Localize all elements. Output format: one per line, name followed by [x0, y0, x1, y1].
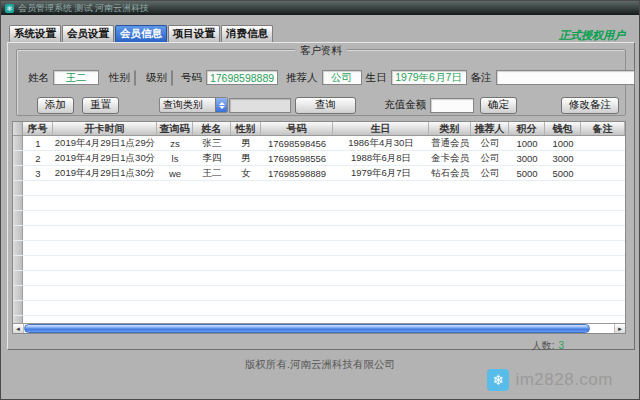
column-header[interactable]: 性别: [231, 122, 261, 135]
table-cell: 3000: [509, 151, 545, 165]
table-cell: [261, 181, 333, 195]
table-cell: [581, 241, 625, 255]
horizontal-scrollbar[interactable]: ◄ ►: [13, 323, 625, 333]
column-header[interactable]: 推荐人: [471, 122, 509, 135]
table-cell: [53, 256, 157, 270]
table-cell: 5000: [509, 166, 545, 180]
column-header[interactable]: 备注: [581, 122, 625, 135]
table-cell: zs: [157, 136, 193, 150]
level-select[interactable]: 钻石会员: [171, 70, 173, 86]
table-row[interactable]: 12019年4月29日1点29分zs张三男176985984561986年4月3…: [13, 136, 625, 151]
table-cell: 女: [231, 166, 261, 180]
scroll-left-arrow-icon[interactable]: ◄: [13, 324, 24, 333]
table-cell: [261, 256, 333, 270]
table-cell: [231, 256, 261, 270]
table-cell: 3: [23, 166, 53, 180]
row-selector: [13, 256, 23, 270]
remark-input[interactable]: [496, 70, 635, 85]
table-cell: [333, 301, 429, 315]
query-category-select[interactable]: 查询类别: [159, 97, 228, 113]
table-cell: [509, 256, 545, 270]
confirm-button[interactable]: 确定: [480, 97, 517, 114]
table-cell: [333, 241, 429, 255]
referrer-label: 推荐人: [286, 71, 318, 85]
table-cell: [193, 301, 231, 315]
table-row[interactable]: 22019年4月29日1点30分ls李四男176985985561988年6月8…: [13, 151, 625, 166]
column-header[interactable]: 号码: [261, 122, 333, 135]
tab-bar: 系统设置会员设置会员信息项目设置消费信息: [9, 25, 273, 42]
tab-3[interactable]: 会员信息: [115, 25, 167, 42]
referrer-input[interactable]: [322, 70, 362, 85]
table-cell: [53, 286, 157, 300]
table-cell: [23, 226, 53, 240]
tab-2[interactable]: 会员设置: [62, 25, 114, 42]
table-cell: [471, 196, 509, 210]
table-cell: [471, 241, 509, 255]
phone-input[interactable]: [206, 70, 278, 85]
table-cell: 2019年4月29日1点29分: [53, 136, 157, 150]
table-cell: [231, 271, 261, 285]
edit-remark-button[interactable]: 修改备注: [561, 97, 619, 114]
query-value-input[interactable]: [229, 98, 291, 113]
table-cell: [429, 301, 471, 315]
column-header[interactable]: 类别: [429, 122, 471, 135]
add-button[interactable]: 添加: [37, 97, 74, 114]
table-cell: [581, 271, 625, 285]
table-cell: [157, 226, 193, 240]
column-header[interactable]: 钱包: [545, 122, 581, 135]
table-cell: [53, 196, 157, 210]
table-cell: 男: [231, 136, 261, 150]
table-cell: [471, 181, 509, 195]
table-cell: 1979年6月7日: [333, 166, 429, 180]
table-cell: [193, 271, 231, 285]
table-cell: [261, 271, 333, 285]
tab-1[interactable]: 系统设置: [9, 25, 61, 42]
table-cell: [545, 211, 581, 225]
tab-page-member-info: 客户资料 姓名 性别 女 级别 钻石会员 号码 推荐人 生日: [7, 42, 635, 350]
watermark: ❄ im2828.com: [487, 369, 613, 391]
gender-select[interactable]: 女: [134, 70, 136, 86]
column-header[interactable]: 积分: [509, 122, 545, 135]
reset-button[interactable]: 重置: [82, 97, 119, 114]
column-header[interactable]: 姓名: [193, 122, 231, 135]
table-row-empty: [13, 211, 625, 226]
table-cell: [333, 211, 429, 225]
row-selector: [13, 241, 23, 255]
table-cell: 2019年4月29日1点30分: [53, 151, 157, 165]
column-header[interactable]: 生日: [333, 122, 429, 135]
name-input[interactable]: [53, 70, 99, 85]
scroll-right-arrow-icon[interactable]: ►: [614, 324, 625, 333]
row-selector: [13, 166, 23, 180]
scrollbar-thumb[interactable]: [24, 324, 590, 333]
table-cell: [157, 301, 193, 315]
customer-form-row: 姓名 性别 女 级别 钻石会员 号码 推荐人 生日 备注: [28, 69, 619, 86]
table-cell: [429, 226, 471, 240]
table-cell: [545, 271, 581, 285]
remark-label: 备注: [471, 71, 492, 85]
row-selector: [13, 136, 23, 150]
table-cell: 1: [23, 136, 53, 150]
tab-5[interactable]: 消费信息: [221, 25, 273, 42]
table-cell: [193, 181, 231, 195]
table-cell: [545, 181, 581, 195]
scrollbar-track[interactable]: [24, 324, 614, 333]
table-cell: [157, 286, 193, 300]
birthday-input[interactable]: [391, 70, 467, 85]
table-cell: 1000: [545, 136, 581, 150]
table-cell: [509, 211, 545, 225]
column-header[interactable]: 查询码: [157, 122, 193, 135]
snowflake-icon: ❄: [487, 369, 509, 391]
table-cell: [157, 181, 193, 195]
query-button[interactable]: 查询: [295, 97, 356, 114]
table-row[interactable]: 32019年4月29日1点30分we王二女176985988891979年6月7…: [13, 166, 625, 181]
recharge-input[interactable]: [430, 98, 474, 113]
table-cell: we: [157, 166, 193, 180]
column-header[interactable]: 开卡时间: [53, 122, 157, 135]
gender-label: 性别: [109, 71, 130, 85]
member-count: 人数:3: [532, 339, 564, 353]
column-header[interactable]: 序号: [23, 122, 53, 135]
table-cell: [53, 301, 157, 315]
row-selector-header: [13, 122, 23, 135]
table-cell: [333, 271, 429, 285]
tab-4[interactable]: 项目设置: [168, 25, 220, 42]
